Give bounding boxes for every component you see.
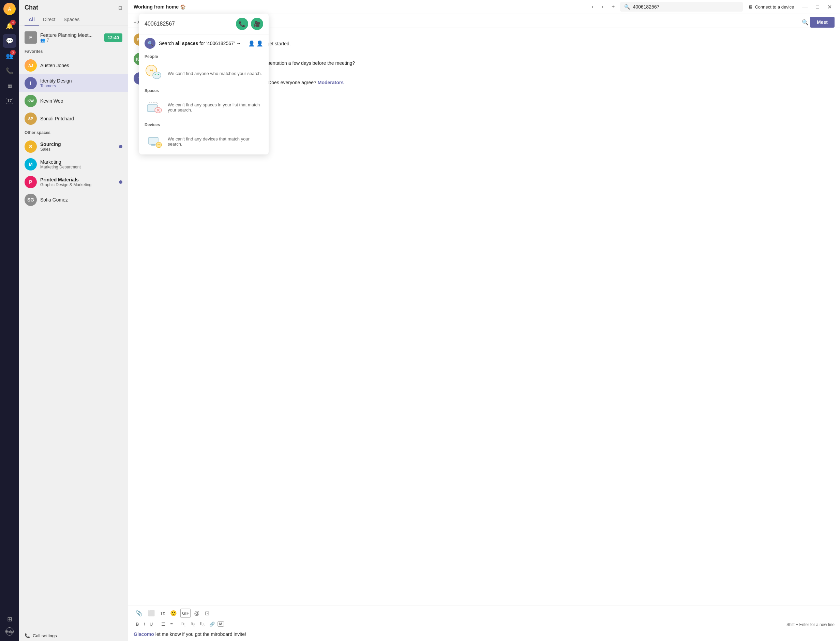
chat-nav-btn[interactable]: 💬 (3, 34, 16, 48)
svg-point-1 (153, 72, 161, 79)
no-results-spaces-text: We can't find any spaces in your list th… (168, 102, 263, 113)
h1-btn[interactable]: h1 (179, 620, 188, 628)
format-separator-1 (157, 621, 157, 627)
emoji-btn[interactable]: 🙂 (168, 609, 179, 618)
close-btn[interactable]: ✕ (825, 2, 835, 11)
dropdown-devices-label: Devices (139, 120, 269, 129)
svg-rect-9 (151, 144, 156, 146)
space-name-printed: Printed Materials (40, 177, 116, 182)
space-avatar-sofia: SG (24, 194, 37, 206)
contact-avatar-kevin: KW (24, 95, 37, 107)
call-settings-btn[interactable]: 📞 Call settings (19, 630, 128, 641)
help-nav-btn[interactable]: Help (5, 627, 14, 636)
feature-meeting-meta: 👥 7 (40, 38, 101, 43)
tab-spaces[interactable]: Spaces (59, 14, 84, 26)
join-meeting-btn[interactable]: 12:40 (104, 34, 122, 42)
search-phone-number: 4006182567 (145, 21, 232, 27)
space-name-sofia: Sofia Gomez (40, 197, 68, 203)
filter-btn[interactable]: ⊟ (118, 5, 122, 11)
gif-btn[interactable]: GIF (180, 609, 191, 618)
sidebar-header: Chat ⊟ (19, 0, 128, 14)
sidebar-content: F Feature Planning Meet... 👥 7 12:40 Fav… (19, 26, 128, 630)
msg-mention-moderators[interactable]: Moderators (318, 80, 344, 85)
people-nav-btn[interactable]: 👥 3 (3, 49, 16, 63)
bold-btn[interactable]: B (134, 620, 141, 628)
meet-btn[interactable]: Meet (810, 17, 835, 27)
search-all-text: Search all spaces for '4006182567' → (159, 40, 241, 46)
attach-btn[interactable]: 📎 (134, 609, 145, 618)
format-text-btn[interactable]: Tt (158, 609, 167, 618)
mention-btn[interactable]: @ (192, 609, 201, 618)
space-sub-marketing: Marketing Department (40, 165, 122, 169)
feature-meeting-avatar: F (24, 31, 37, 43)
contact-item-identity[interactable]: I Identity Design Teamers (19, 74, 128, 92)
apps-nav-btn[interactable]: ⊞ (3, 612, 16, 626)
search-all-row[interactable]: 🔍 Search all spaces for '4006182567' → 👤… (139, 34, 269, 52)
contact-avatar-sonali: SP (24, 113, 37, 125)
svg-point-2 (150, 69, 151, 71)
audio-call-btn[interactable]: 📞 (236, 18, 248, 30)
search-all-icon: 🔍 (145, 38, 156, 49)
no-results-devices-illustration (145, 132, 164, 151)
tab-all[interactable]: All (24, 14, 39, 26)
contact-item-austen[interactable]: AJ Austen Jones (19, 56, 128, 74)
contact-sub-identity: Teamers (40, 84, 72, 88)
no-results-people-text: We can't find anyone who matches your se… (168, 71, 262, 76)
forward-btn[interactable]: › (599, 2, 606, 11)
no-results-spaces: We can't find any spaces in your list th… (139, 95, 269, 120)
video-call-btn[interactable]: 🎥 (251, 18, 263, 30)
maximize-btn[interactable]: □ (813, 2, 822, 11)
compose-toolbar: 📎 ⬜ Tt 🙂 GIF @ ⊡ (134, 609, 835, 618)
space-item-marketing[interactable]: M Marketing Marketing Department (19, 155, 128, 173)
no-results-people-illustration (145, 64, 164, 83)
compose-area: 📎 ⬜ Tt 🙂 GIF @ ⊡ B I U ☰ ≡ h1 h2 h3 🔗 (128, 606, 840, 641)
format-separator-2 (177, 621, 177, 627)
contact-name-kevin: Kevin Woo (40, 98, 63, 104)
more-compose-btn[interactable]: ⊡ (203, 609, 211, 618)
compose-message-text[interactable]: Giacomo let me know if you got the mirob… (134, 630, 835, 638)
search-input[interactable] (633, 4, 739, 10)
underline-btn[interactable]: U (148, 620, 155, 628)
calendar-nav-btn[interactable]: 17 (3, 94, 16, 108)
feature-meeting-item[interactable]: F Feature Planning Meet... 👥 7 12:40 (19, 29, 128, 47)
h3-btn[interactable]: h3 (198, 620, 207, 628)
search-container: 🔍 (620, 2, 743, 11)
h2-btn[interactable]: h2 (188, 620, 197, 628)
voicemail-nav-btn[interactable]: ▦ (3, 79, 16, 93)
feature-meeting-info: Feature Planning Meet... 👥 7 (40, 32, 101, 43)
space-item-sofia[interactable]: SG Sofia Gomez (19, 191, 128, 209)
space-item-printed[interactable]: P Printed Materials Graphic Design & Mar… (19, 173, 128, 191)
bullet-list-btn[interactable]: ☰ (159, 620, 167, 628)
user-avatar[interactable]: A (3, 3, 16, 15)
whiteboard-btn[interactable]: ⬜ (146, 609, 157, 618)
devices-not-found-svg (145, 132, 164, 151)
space-name-sourcing: Sourcing (40, 142, 116, 147)
channel-search-btn[interactable]: 🔍 (800, 18, 810, 27)
numbered-list-btn[interactable]: ≡ (168, 620, 175, 628)
compose-mention-giacomo: Giacomo (134, 631, 154, 637)
connect-device-btn[interactable]: 🖥 Connect to a device (745, 3, 797, 11)
contact-item-kevin[interactable]: KW Kevin Woo (19, 92, 128, 110)
icon-bar: A 🔔 4 💬 👥 3 📞 ▦ 17 (0, 0, 19, 641)
other-spaces-label: Other spaces (19, 127, 128, 138)
back-btn[interactable]: ‹ (589, 2, 596, 11)
space-item-sourcing[interactable]: S Sourcing Sales (19, 138, 128, 155)
spaces-not-found-svg (145, 98, 164, 117)
activity-nav-btn[interactable]: 🔔 4 (3, 19, 16, 33)
printed-unread-dot (119, 180, 122, 184)
link-btn[interactable]: 🔗 (207, 620, 217, 628)
search-dropdown: 4006182567 📞 🎥 🔍 Search all spaces for '… (139, 14, 269, 155)
window-controls: — □ ✕ (800, 2, 835, 11)
tab-direct[interactable]: Direct (39, 14, 60, 26)
svg-point-3 (152, 69, 153, 71)
no-results-people: We can't find anyone who matches your se… (139, 60, 269, 86)
new-tab-btn[interactable]: + (609, 2, 617, 11)
contact-item-sonali[interactable]: SP Sonali Pritchard (19, 110, 128, 127)
more-format-btn[interactable]: M (217, 621, 224, 627)
dropdown-people-label: People (139, 52, 269, 60)
contact-name-sonali: Sonali Pritchard (40, 116, 74, 121)
italic-btn[interactable]: I (142, 620, 147, 628)
minimize-btn[interactable]: — (800, 2, 810, 11)
no-results-spaces-illustration (145, 98, 164, 117)
phone-nav-btn[interactable]: 📞 (3, 64, 16, 78)
